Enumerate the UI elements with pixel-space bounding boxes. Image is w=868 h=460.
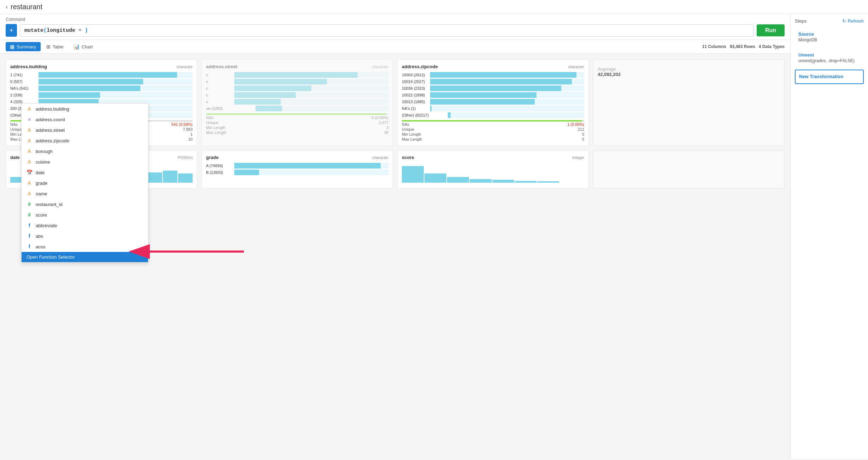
type-icon-date: 📅 — [27, 170, 32, 175]
command-label: Command — [6, 17, 785, 22]
dropdown-item-acos[interactable]: f acos — [22, 241, 148, 252]
col-type: character — [176, 65, 193, 69]
col-name: address.building — [10, 64, 47, 69]
dropdown-item-abs[interactable]: f abs — [22, 231, 148, 241]
add-button[interactable]: + — [6, 24, 17, 37]
step-unnest-desc: unnest(grades, .drop=FALSE) — [798, 58, 860, 63]
chart-icon: 📊 — [74, 44, 80, 49]
tab-summary[interactable]: ▦ Summary — [6, 42, 41, 51]
summary-icon: ▦ — [10, 44, 14, 49]
col-card-placeholder — [593, 150, 785, 189]
step-unnest: Unnest unnest(grades, .drop=FALSE) — [795, 49, 864, 67]
type-icon-a5: A — [27, 159, 32, 165]
col-card-empty: Avgerage 42,092,202 — [593, 59, 785, 146]
type-icon-a7: A — [27, 191, 32, 196]
type-icon-a3: A — [27, 138, 32, 143]
dropdown-item-address-coord[interactable]: ≡ address.coord — [22, 114, 148, 125]
type-icon-hash2: # — [27, 212, 32, 218]
type-icon-hash1: # — [27, 201, 32, 207]
type-icon-a: A — [27, 106, 32, 112]
page-title: restaurant — [11, 3, 42, 11]
dropdown-item-address-zipcode[interactable]: A address.zipcode — [22, 135, 148, 146]
autocomplete-dropdown: A address.building ≡ address.coord A add… — [21, 103, 148, 263]
type-icon-a2: A — [27, 127, 32, 133]
bar-item: 1 (741) — [10, 72, 193, 78]
dropdown-item-date[interactable]: 📅 date — [22, 167, 148, 178]
new-transformation-label: New Transformation — [799, 74, 860, 79]
tab-chart[interactable]: 📊 Chart — [69, 42, 97, 51]
back-arrow[interactable]: ‹ — [6, 3, 8, 11]
new-transformation-card[interactable]: New Transformation — [795, 70, 864, 84]
type-icon-func3: f — [27, 244, 32, 249]
type-icon-a6: A — [27, 180, 32, 186]
step-source: Source MongoDB — [795, 28, 864, 46]
col-card-address-zipcode: address.zipcode character 10003 (2612) 1… — [397, 59, 589, 146]
dropdown-item-abbreviate[interactable]: f abbreviate — [22, 220, 148, 231]
top-bar: ‹ restaurant — [0, 0, 868, 14]
dropdown-item-grade[interactable]: A grade — [22, 178, 148, 188]
command-input[interactable]: mutate(longitude = ) — [20, 24, 754, 37]
dropdown-item-borough[interactable]: A borough — [22, 146, 148, 157]
step-source-name: Source — [798, 31, 860, 37]
tab-table[interactable]: ⊞ Table — [42, 42, 68, 51]
sidebar: Steps ↻ Refresh Source MongoDB Unnest un… — [790, 14, 868, 459]
sidebar-title: Steps — [795, 18, 807, 24]
type-icon-list: ≡ — [27, 117, 32, 122]
type-icon-func1: f — [27, 223, 32, 228]
dropdown-item-address-street[interactable]: A address.street — [22, 125, 148, 135]
dropdown-item-restaurant-id[interactable]: # restaurant_id — [22, 199, 148, 210]
run-button[interactable]: Run — [757, 24, 785, 36]
col-card-grade: grade character A (74656) B (12603) — [201, 150, 393, 189]
dropdown-item-name[interactable]: A name — [22, 188, 148, 199]
col-card-score: score integer — [397, 150, 589, 189]
dropdown-item-score[interactable]: # score — [22, 210, 148, 220]
dropdown-item-cuisine[interactable]: A cuisine — [22, 157, 148, 167]
step-unnest-name: Unnest — [798, 52, 860, 58]
command-bar: Command + mutate(longitude = ) Run — [0, 14, 790, 40]
step-source-desc: MongoDB — [798, 37, 860, 42]
col-card-address-street: address.street character c c c c c ue (1… — [201, 59, 393, 146]
data-grid: address.building character 1 (741) 0 (55… — [0, 54, 790, 459]
dropdown-item-address-building[interactable]: A address.building — [22, 104, 148, 114]
tabs-row: ▦ Summary ⊞ Table 📊 Chart 11 Columns 93,… — [0, 40, 790, 54]
refresh-icon: ↻ — [842, 18, 846, 24]
type-icon-a4: A — [27, 148, 32, 154]
open-function-selector[interactable]: Open Function Selector — [22, 252, 148, 262]
table-icon: ⊞ — [46, 44, 51, 49]
type-icon-func2: f — [27, 233, 32, 239]
refresh-button[interactable]: ↻ Refresh — [842, 18, 864, 24]
